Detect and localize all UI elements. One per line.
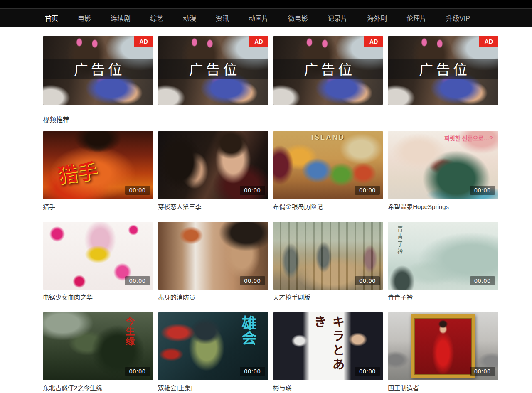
poster-art-text: 今生缘 bbox=[122, 317, 135, 346]
duration-badge: 00:00 bbox=[240, 367, 265, 376]
video-thumbnail[interactable]: 00:00 bbox=[273, 222, 384, 290]
video-title[interactable]: 赤身的消防员 bbox=[158, 293, 268, 302]
duration-badge: 00:00 bbox=[355, 186, 380, 195]
duration-badge: 00:00 bbox=[470, 367, 495, 376]
video-title[interactable]: 穿梭恋人第三季 bbox=[158, 203, 268, 211]
duration-badge: 00:00 bbox=[125, 276, 150, 285]
nav-item-伦理片[interactable]: 伦理片 bbox=[406, 13, 426, 23]
video-thumbnail[interactable]: 00:00 bbox=[388, 312, 498, 380]
video-card[interactable]: 00:00 赤身的消防员 bbox=[158, 222, 268, 302]
ad-banner[interactable]: 广告位 AD bbox=[43, 36, 153, 105]
video-title[interactable]: 猎手 bbox=[43, 203, 153, 211]
video-thumbnail[interactable]: 00:00 bbox=[43, 222, 153, 290]
ad-placeholder-label: 广告位 bbox=[186, 59, 240, 79]
video-title[interactable]: 青青子衿 bbox=[388, 293, 498, 302]
video-title[interactable]: 国王制造者 bbox=[388, 384, 498, 392]
section-title: 视频推荐 bbox=[43, 114, 498, 124]
duration-badge: 00:00 bbox=[240, 186, 265, 195]
nav-item-首页[interactable]: 首页 bbox=[45, 13, 58, 23]
ad-placeholder-label: 广告位 bbox=[416, 59, 470, 79]
ad-banner[interactable]: 广告位 AD bbox=[273, 36, 384, 105]
video-thumbnail[interactable]: 今生缘 00:00 bbox=[43, 312, 153, 380]
ad-overlay-band: 广告位 bbox=[388, 59, 498, 79]
ad-banner-row: 广告位 AD 广告位 AD 广告位 AD 广告位 AD bbox=[43, 36, 498, 105]
duration-badge: 00:00 bbox=[125, 186, 150, 195]
nav-item-微电影[interactable]: 微电影 bbox=[288, 13, 308, 23]
nav-item-升级VIP[interactable]: 升级VIP bbox=[446, 13, 470, 23]
ad-banner[interactable]: 广告位 AD bbox=[158, 36, 268, 105]
video-card[interactable]: 00:00 穿梭恋人第三季 bbox=[158, 131, 268, 211]
nav-item-连续剧[interactable]: 连续剧 bbox=[111, 13, 131, 23]
ad-badge: AD bbox=[364, 36, 383, 47]
video-card[interactable]: 짜릿한 신혼으로…? 00:00 希望温泉HopeSprings bbox=[388, 131, 498, 211]
video-thumbnail[interactable]: ISLAND 00:00 bbox=[273, 131, 384, 199]
video-title[interactable]: 东北古惑仔2之今生缘 bbox=[43, 384, 153, 392]
ad-badge: AD bbox=[134, 36, 153, 47]
duration-badge: 00:00 bbox=[470, 186, 495, 195]
video-card[interactable]: 青青子衿 00:00 青青子衿 bbox=[388, 222, 498, 302]
video-thumbnail[interactable]: 짜릿한 신혼으로…? 00:00 bbox=[388, 131, 498, 199]
video-title[interactable]: 希望温泉HopeSprings bbox=[388, 203, 498, 211]
nav-item-综艺[interactable]: 综艺 bbox=[150, 13, 163, 23]
video-card[interactable]: 猎手 00:00 猎手 bbox=[43, 131, 153, 211]
poster-art-text: キラとあき bbox=[310, 315, 346, 380]
duration-badge: 00:00 bbox=[355, 367, 380, 376]
nav-item-海外剧[interactable]: 海外剧 bbox=[367, 13, 387, 23]
nav-item-电影[interactable]: 电影 bbox=[78, 13, 91, 23]
video-card[interactable]: ISLAND 00:00 布偶金银岛历险记 bbox=[273, 131, 384, 211]
ad-badge: AD bbox=[249, 36, 268, 47]
video-title[interactable]: 天才枪手剧版 bbox=[273, 293, 384, 302]
ad-placeholder-label: 广告位 bbox=[71, 59, 125, 79]
ad-banner[interactable]: 广告位 AD bbox=[388, 36, 498, 105]
video-card[interactable]: 雄会 00:00 双雄会[上集] bbox=[158, 312, 268, 392]
video-thumbnail[interactable]: キラとあき 00:00 bbox=[273, 312, 384, 380]
poster-art-text: 짜릿한 신혼으로…? bbox=[444, 135, 493, 142]
video-title[interactable]: 双雄会[上集] bbox=[158, 384, 268, 392]
poster-art-text: 青青子衿 bbox=[396, 226, 404, 256]
video-thumbnail[interactable]: 雄会 00:00 bbox=[158, 312, 268, 380]
nav-item-记录片[interactable]: 记录片 bbox=[328, 13, 347, 23]
video-thumbnail[interactable]: 青青子衿 00:00 bbox=[388, 222, 498, 290]
duration-badge: 00:00 bbox=[240, 276, 265, 285]
main-nav-list: 首页电影连续剧综艺动漫资讯动画片微电影记录片海外剧伦理片升级VIP bbox=[0, 9, 532, 27]
video-card[interactable]: 00:00 国王制造者 bbox=[388, 312, 498, 392]
video-thumbnail[interactable]: 00:00 bbox=[158, 131, 268, 199]
video-card[interactable]: キラとあき 00:00 彬与瑛 bbox=[273, 312, 384, 392]
video-card[interactable]: 今生缘 00:00 东北古惑仔2之今生缘 bbox=[43, 312, 153, 392]
main-nav: 首页电影连续剧综艺动漫资讯动画片微电影记录片海外剧伦理片升级VIP bbox=[0, 8, 532, 27]
nav-item-动画片[interactable]: 动画片 bbox=[249, 13, 268, 23]
video-thumbnail[interactable]: 00:00 bbox=[158, 222, 268, 290]
ad-placeholder-label: 广告位 bbox=[301, 59, 355, 79]
duration-badge: 00:00 bbox=[355, 276, 380, 285]
video-card[interactable]: 00:00 电锯少女血肉之华 bbox=[43, 222, 153, 302]
video-thumbnail[interactable]: 猎手 00:00 bbox=[43, 131, 153, 199]
duration-badge: 00:00 bbox=[125, 367, 150, 376]
ad-overlay-band: 广告位 bbox=[43, 59, 153, 79]
nav-item-资讯[interactable]: 资讯 bbox=[216, 13, 229, 23]
content: 广告位 AD 广告位 AD 广告位 AD 广告位 AD 视频推荐 猎手 00:0… bbox=[43, 36, 498, 393]
duration-badge: 00:00 bbox=[470, 276, 495, 285]
video-title[interactable]: 彬与瑛 bbox=[273, 384, 384, 392]
ad-overlay-band: 广告位 bbox=[158, 59, 268, 79]
ad-overlay-band: 广告位 bbox=[273, 59, 384, 79]
top-strip bbox=[0, 0, 532, 8]
video-card[interactable]: 00:00 天才枪手剧版 bbox=[273, 222, 384, 302]
video-title[interactable]: 布偶金银岛历险记 bbox=[273, 203, 384, 211]
ad-badge: AD bbox=[479, 36, 498, 47]
top-header: 首页电影连续剧综艺动漫资讯动画片微电影记录片海外剧伦理片升级VIP bbox=[0, 0, 532, 27]
video-grid: 猎手 00:00 猎手 00:00 穿梭恋人第三季 ISLAND 00:00 布… bbox=[43, 131, 498, 393]
poster-art-text: 雄会 bbox=[237, 315, 259, 345]
poster-art-text: ISLAND bbox=[311, 133, 345, 142]
video-title[interactable]: 电锯少女血肉之华 bbox=[43, 293, 153, 302]
poster-art-text: 猎手 bbox=[55, 155, 99, 189]
nav-item-动漫[interactable]: 动漫 bbox=[183, 13, 196, 23]
